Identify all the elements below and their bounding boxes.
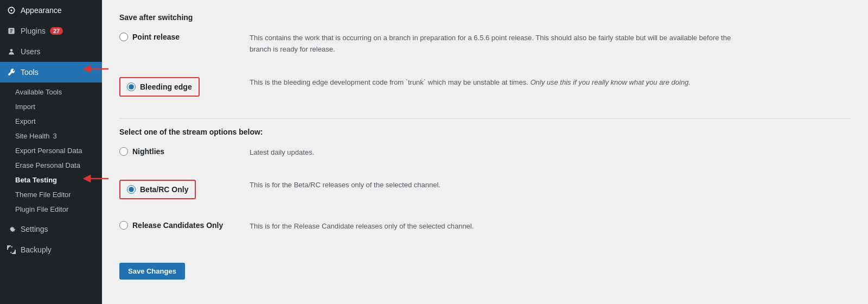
sidebar-item-available-tools[interactable]: Available Tools	[0, 85, 102, 99]
release-candidates-radio[interactable]	[119, 221, 128, 230]
bleeding-edge-label[interactable]: Bleeding edge	[140, 83, 192, 91]
bleeding-edge-desc: This is the bleeding edge development co…	[250, 77, 691, 88]
sidebar-item-erase-personal-data[interactable]: Erase Personal Data	[0, 158, 102, 173]
bleeding-edge-highlighted: Bleeding edge	[119, 77, 200, 97]
sidebar-item-settings[interactable]: Settings	[0, 219, 102, 239]
sidebar: Appearance Plugins 27 Users Tools Availa…	[0, 0, 102, 304]
palette-icon	[7, 5, 16, 15]
sidebar-item-backuply-label: Backuply	[21, 245, 52, 254]
sidebar-item-backuply[interactable]: Backuply	[0, 239, 102, 260]
sidebar-item-plugin-file-editor[interactable]: Plugin File Editor	[0, 202, 102, 217]
svg-point-0	[10, 9, 12, 11]
sidebar-item-plugins-label: Plugins	[21, 27, 46, 35]
beta-rc-highlighted: Beta/RC Only	[119, 180, 196, 199]
nightlies-option: Nightlies Latest daily updates.	[119, 147, 851, 169]
point-release-label[interactable]: Point release	[132, 33, 180, 41]
tools-submenu: Available Tools Import Export Site Healt…	[0, 83, 102, 219]
sidebar-item-appearance[interactable]: Appearance	[0, 0, 102, 21]
bleeding-edge-option: Bleeding edge This is the bleeding edge …	[119, 77, 851, 107]
release-candidates-label[interactable]: Release Candidates Only	[132, 221, 223, 230]
point-release-option: Point release This contains the work tha…	[119, 33, 851, 66]
beta-rc-option: Beta/RC Only This is for the Beta/RC rel…	[119, 180, 851, 210]
sidebar-item-appearance-label: Appearance	[21, 6, 62, 15]
sidebar-item-tools[interactable]: Tools	[0, 62, 102, 83]
nightlies-label[interactable]: Nightlies	[132, 147, 164, 156]
nightlies-radio[interactable]	[119, 147, 128, 156]
sidebar-item-import[interactable]: Import	[0, 99, 102, 114]
point-release-desc: This contains the work that is occurring…	[250, 33, 738, 55]
settings-icon	[7, 224, 16, 234]
sidebar-item-users[interactable]: Users	[0, 41, 102, 62]
sidebar-item-theme-file-editor[interactable]: Theme File Editor	[0, 187, 102, 202]
stream-options-title: Select one of the stream options below:	[119, 128, 851, 136]
beta-rc-desc: This is for the Beta/RC releases only of…	[250, 180, 441, 191]
nightlies-desc: Latest daily updates.	[250, 147, 314, 159]
site-health-badge: 3	[53, 132, 57, 140]
wrench-icon	[7, 67, 16, 77]
save-changes-button[interactable]: Save Changes	[119, 263, 185, 280]
sidebar-item-settings-label: Settings	[21, 225, 48, 233]
save-after-switching-title: Save after switching	[119, 13, 851, 22]
sidebar-item-site-health[interactable]: Site Health 3	[0, 129, 102, 143]
svg-point-2	[10, 49, 13, 52]
main-content: Save after switching Point release This …	[102, 0, 868, 304]
release-candidates-desc: This is for the Release Candidate releas…	[250, 221, 474, 232]
release-candidates-option: Release Candidates Only This is for the …	[119, 221, 851, 243]
sidebar-item-export[interactable]: Export	[0, 114, 102, 129]
user-icon	[7, 47, 16, 56]
sidebar-item-plugins[interactable]: Plugins 27	[0, 21, 102, 41]
point-release-radio[interactable]	[119, 33, 128, 41]
sidebar-item-tools-label: Tools	[21, 68, 39, 77]
sidebar-item-beta-testing[interactable]: Beta Testing	[0, 173, 102, 187]
backup-icon	[7, 245, 16, 255]
plugin-icon	[7, 26, 16, 36]
sidebar-item-users-label: Users	[21, 47, 41, 56]
bleeding-edge-radio[interactable]	[127, 83, 136, 91]
beta-rc-radio[interactable]	[127, 185, 136, 194]
beta-rc-label[interactable]: Beta/RC Only	[140, 185, 188, 194]
plugins-badge: 27	[50, 27, 63, 35]
sidebar-item-export-personal-data[interactable]: Export Personal Data	[0, 143, 102, 158]
section-divider	[119, 118, 851, 119]
